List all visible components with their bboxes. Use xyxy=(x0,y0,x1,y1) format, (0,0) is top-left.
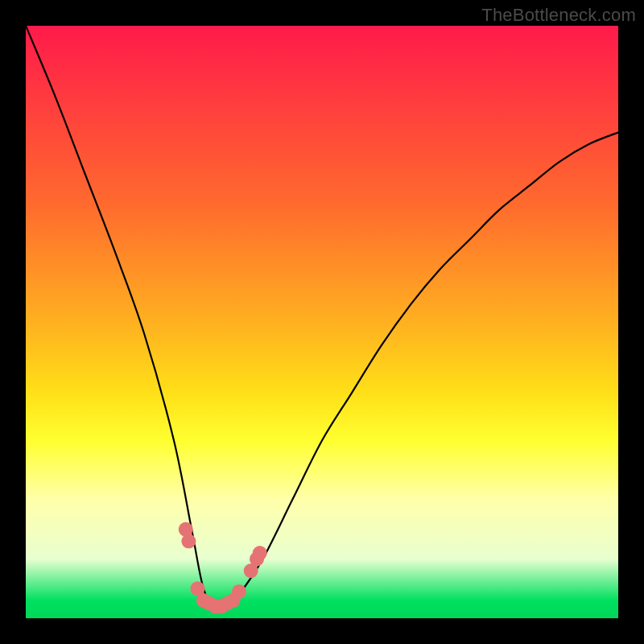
marker-dot xyxy=(253,546,267,560)
highlight-markers xyxy=(179,522,267,614)
chart-svg xyxy=(26,26,618,618)
chart-plot-area xyxy=(26,26,618,618)
watermark-text: TheBottleneck.com xyxy=(481,5,636,26)
bottleneck-curve xyxy=(26,26,618,609)
marker-dot xyxy=(181,534,196,548)
marker-dot xyxy=(232,584,246,599)
chart-frame: TheBottleneck.com xyxy=(0,0,644,644)
